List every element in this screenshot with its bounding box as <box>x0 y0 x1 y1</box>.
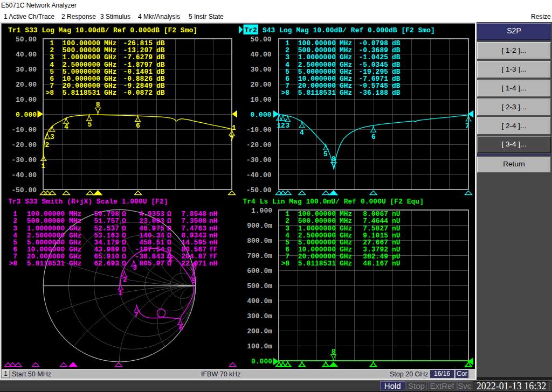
svg-text:4: 4 <box>300 129 304 137</box>
svg-text:62.693: 62.693 <box>94 260 119 268</box>
svg-text:4: 4 <box>168 257 172 265</box>
svg-text:-40.00: -40.00 <box>11 171 37 179</box>
svg-text:GHz: GHz <box>340 260 352 268</box>
svg-text:-50.00: -50.00 <box>246 186 272 194</box>
svg-text:>8: >8 <box>45 89 54 97</box>
svg-text:900.0m: 900.0m <box>247 222 272 230</box>
svg-text:>8: >8 <box>9 260 17 268</box>
svg-text:5.8118531: 5.8118531 <box>63 89 100 97</box>
svg-text:GHz: GHz <box>104 89 116 97</box>
svg-text:-20.00: -20.00 <box>11 141 37 149</box>
svg-text:20.00: 20.00 <box>250 81 271 89</box>
svg-text:>8: >8 <box>281 89 289 97</box>
svg-text:8: 8 <box>96 101 100 109</box>
svg-text:Tr3 S33 Smith (R+jX) Scale 1.0: Tr3 S33 Smith (R+jX) Scale 1.000U [F2] <box>8 198 168 206</box>
svg-text:200.0m: 200.0m <box>247 327 272 335</box>
svg-text:2: 2 <box>281 122 285 130</box>
svg-text:S43 Log Mag 10.00dB/ Ref 0.000: S43 Log Mag 10.00dB/ Ref 0.000dB [F2 Smo… <box>263 26 435 34</box>
svg-text:7: 7 <box>134 311 139 319</box>
svg-text:7: 7 <box>230 135 234 143</box>
svg-text:30.00: 30.00 <box>16 66 37 74</box>
svg-text:5.8118531: 5.8118531 <box>27 260 65 268</box>
svg-text:3: 3 <box>133 264 137 272</box>
svg-text:Tr4 Ls Lin Mag 100.0mU/ Ref 0.: Tr4 Ls Lin Mag 100.0mU/ Ref 0.000U [F2 E… <box>243 198 424 206</box>
svg-text:-50.00: -50.00 <box>11 186 37 194</box>
svg-text:48.167: 48.167 <box>363 260 388 268</box>
svg-text:-30.00: -30.00 <box>246 156 272 164</box>
svg-text:-0.0872: -0.0872 <box>123 89 153 97</box>
svg-text:400.0m: 400.0m <box>247 297 272 305</box>
svg-text:GHz: GHz <box>69 260 81 268</box>
svg-text:6: 6 <box>136 122 140 130</box>
svg-text:Tr1 S33 Log Mag 10.00dB/ Ref 0: Tr1 S33 Log Mag 10.00dB/ Ref 0.000dB [F2… <box>8 26 197 34</box>
svg-text:-30.00: -30.00 <box>11 156 37 164</box>
svg-text:1.000: 1.000 <box>251 207 272 215</box>
svg-text:10.00: 10.00 <box>250 96 271 104</box>
svg-text:dB: dB <box>156 89 165 97</box>
svg-text:40.00: 40.00 <box>16 51 37 59</box>
svg-text:Ω: Ω <box>122 260 126 268</box>
svg-text:0.000: 0.000 <box>250 111 271 119</box>
svg-text:-10.00: -10.00 <box>246 126 272 134</box>
svg-text:300.0m: 300.0m <box>247 312 272 320</box>
svg-text:8: 8 <box>332 348 336 356</box>
svg-text:500.0m: 500.0m <box>247 282 272 290</box>
svg-text:2: 2 <box>123 276 127 284</box>
svg-text:1: 1 <box>119 289 123 297</box>
svg-text:10.00: 10.00 <box>16 96 37 104</box>
svg-text:1: 1 <box>232 124 236 132</box>
svg-text:GHz: GHz <box>340 89 352 97</box>
svg-text:800.0m: 800.0m <box>247 237 272 245</box>
svg-text:40.00: 40.00 <box>250 51 271 59</box>
svg-text:nH: nH <box>209 260 218 268</box>
svg-text:7: 7 <box>465 122 470 130</box>
svg-text:100.0m: 100.0m <box>247 342 272 351</box>
svg-text:>8: >8 <box>281 260 289 268</box>
svg-text:Tr2: Tr2 <box>245 26 258 34</box>
svg-text:3: 3 <box>286 122 290 130</box>
svg-text:6: 6 <box>371 133 376 141</box>
svg-text:2: 2 <box>45 141 50 149</box>
svg-text:nU: nU <box>392 260 401 268</box>
svg-text:-10.00: -10.00 <box>11 126 37 134</box>
svg-text:805.97: 805.97 <box>139 260 164 268</box>
svg-text:6: 6 <box>179 324 183 332</box>
svg-text:4: 4 <box>64 123 68 131</box>
svg-text:dB: dB <box>392 89 401 97</box>
svg-text:5: 5 <box>323 150 328 158</box>
svg-text:30.00: 30.00 <box>250 66 271 74</box>
svg-text:-36.188: -36.188 <box>358 89 388 97</box>
svg-text:0.000: 0.000 <box>251 358 272 366</box>
svg-text:5: 5 <box>192 277 196 285</box>
svg-text:-40.00: -40.00 <box>246 171 272 179</box>
svg-text:3: 3 <box>50 133 54 141</box>
svg-text:0.000: 0.000 <box>16 111 37 119</box>
svg-text:1: 1 <box>42 162 46 170</box>
svg-text:600.0m: 600.0m <box>247 267 272 275</box>
svg-text:5.8118531: 5.8118531 <box>298 89 336 97</box>
svg-text:20.00: 20.00 <box>16 81 37 89</box>
svg-text:5: 5 <box>88 121 92 129</box>
svg-text:700.0m: 700.0m <box>247 252 272 260</box>
svg-text:50.00: 50.00 <box>16 36 37 44</box>
svg-text:-20.00: -20.00 <box>246 141 272 149</box>
svg-text:8: 8 <box>192 261 197 269</box>
svg-text:8: 8 <box>332 155 336 163</box>
svg-text:5.8118531: 5.8118531 <box>298 260 336 268</box>
svg-text:50.00: 50.00 <box>250 36 271 44</box>
